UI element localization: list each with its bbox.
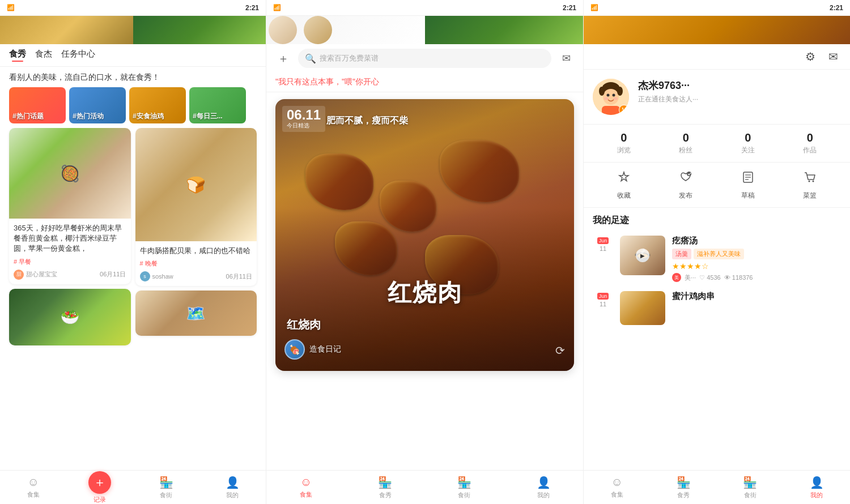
mid-panel: 📶 2:21 ＋ 🔍 搜索百万免费菜谱 ✉ "我只有这点本事，"喂"你开心	[266, 0, 584, 504]
record-btn[interactable]: ＋	[88, 471, 111, 494]
tab-task[interactable]: 任务中心	[61, 49, 95, 62]
mine-icon-left: 👤	[226, 476, 240, 489]
add-button[interactable]: ＋	[275, 50, 291, 66]
author-info-2: s soshaw	[140, 271, 173, 281]
feed-card-meta-2: # 晚餐	[140, 259, 253, 268]
tab-shixiu[interactable]: 食秀	[9, 49, 26, 62]
footprint-thumb-1: 🍲 ▶	[620, 236, 665, 275]
svg-point-9	[617, 87, 623, 96]
feed-card-4[interactable]: 🗺️	[135, 291, 257, 336]
action-publish[interactable]: 发布	[655, 169, 717, 200]
footprint-card-1[interactable]: Jun 11 🍲 ▶ 疙瘩汤 汤羹 滋补养人又美味 ★★★★☆ 美 美···	[584, 231, 850, 287]
time-right: 2:21	[830, 4, 843, 12]
featured-big-title: 红烧肉	[275, 277, 574, 309]
time-left: 2:21	[245, 4, 259, 12]
quote-banner: "我只有这点本事，"喂"你开心	[266, 72, 583, 92]
stat-following[interactable]: 0 关注	[717, 131, 779, 155]
footprint-info-1: 疙瘩汤 汤羹 滋补养人又美味 ★★★★☆ 美 美··· ♡ 4536 👁 118…	[672, 236, 841, 282]
feed-card-img-1: 🥘	[9, 128, 131, 219]
svg-point-16	[813, 181, 814, 182]
cat-hot-topics[interactable]: #热门话题	[9, 87, 66, 123]
right-header: ⚙ ✉	[584, 44, 850, 70]
nav-record-left[interactable]: ＋ 记录	[66, 471, 133, 504]
featured-author: 🍖 造食日记	[284, 339, 341, 360]
status-bar-mid: 📶 2:21	[266, 0, 583, 16]
banner-mid-seg2	[425, 16, 584, 44]
feed-card-author-2: s soshaw 06月11日	[140, 271, 253, 281]
nav-mine-left[interactable]: 👤 我的	[199, 471, 266, 504]
nav-items-mid: ☺ 食集 🏪 食秀 🏪 食街 👤 我的	[266, 476, 583, 499]
feed-card-3[interactable]: 🥗	[9, 289, 131, 345]
shixiu-icon-mid: 🏪	[378, 476, 392, 489]
action-row: 收藏 发布	[584, 163, 850, 208]
play-btn-1[interactable]: ▶	[636, 249, 649, 262]
profile-avatar: V	[593, 79, 629, 115]
stat-fans[interactable]: 0 粉丝	[655, 131, 717, 155]
nav-street-mid[interactable]: 🏪 食街	[425, 476, 504, 499]
cart-icon	[779, 169, 842, 189]
nav-mine-right[interactable]: 👤 我的	[784, 476, 851, 499]
stats-row: 0 浏览 0 粉丝 0 关注 0 作品	[584, 125, 850, 163]
mail-button-mid[interactable]: ✉	[558, 50, 574, 66]
author-info-1: 甜 甜心屋宝宝	[14, 270, 57, 280]
profile-subtitle: 正在通往美食达人···	[638, 95, 841, 104]
wifi-icon: 📶	[7, 4, 15, 11]
nav-shiji-left[interactable]: ☺ 食集	[0, 471, 66, 504]
feed-card-meta-1: # 早餐	[14, 258, 126, 266]
cat-safe-chicken[interactable]: #安食油鸡	[129, 87, 186, 123]
footprint-tags-1: 汤羹 滋补养人又美味	[672, 249, 841, 259]
nav-items-right: ☺ 食集 🏪 食秀 🏪 食街 👤 我的	[584, 476, 850, 499]
feed-card-1[interactable]: 🥘 365天，好好吃早餐虾米的周末早餐香煎黄金糕，椰汁西米绿豆芋圆，苹果一份黄金…	[9, 128, 131, 284]
plus-icon: ＋	[94, 474, 106, 491]
feed-card-body-2: 牛肉肠搭配贝果，咸口的也不错哈 # 晚餐 s soshaw 06月11日	[135, 241, 257, 286]
street-icon-mid: 🏪	[457, 476, 471, 489]
nav-shiji-right[interactable]: ☺ 食集	[584, 476, 651, 499]
collect-icon	[593, 169, 655, 189]
featured-date-badge: 06.11 今日精选	[282, 106, 325, 132]
author-avatar-1: 甜	[14, 270, 24, 280]
action-cart[interactable]: 菜篮	[779, 169, 842, 200]
shiji-icon-mid: ☺	[300, 476, 312, 489]
nav-shixiu-right[interactable]: 🏪 食秀	[651, 476, 717, 499]
action-collect[interactable]: 收藏	[593, 169, 655, 200]
search-bar[interactable]: 🔍 搜索百万免费菜谱	[298, 49, 551, 68]
cat-hot-activity[interactable]: #热门活动	[69, 87, 126, 123]
stat-browse[interactable]: 0 浏览	[593, 131, 655, 155]
banner-nuts	[0, 16, 133, 44]
meta-author-dot: 美	[672, 273, 681, 282]
featured-card[interactable]: 06.11 今日精选 肥而不腻，瘦而不柴 红烧肉 红烧肉 🍖 造食日记	[275, 99, 574, 371]
left-header: 食秀 食杰 任务中心	[0, 44, 266, 67]
svg-point-5	[604, 97, 609, 100]
stat-works[interactable]: 0 作品	[779, 131, 842, 155]
draft-icon	[717, 169, 779, 189]
plus-icon-mid: ＋	[278, 51, 289, 66]
svg-point-15	[809, 181, 810, 182]
nav-street-right[interactable]: 🏪 食街	[717, 476, 784, 499]
banner-greens	[133, 16, 266, 44]
feed-card-img-2: 🍞	[135, 128, 257, 241]
action-draft[interactable]: 草稿	[717, 169, 779, 200]
nav-shixiu-mid[interactable]: 🏪 食秀	[346, 476, 425, 499]
footprint-meta-1: 美 美··· ♡ 4536 👁 118376	[672, 273, 841, 282]
feed-card-img-4: 🗺️	[135, 291, 257, 336]
mine-icon-right: 👤	[810, 476, 824, 489]
nav-street-left[interactable]: 🏪 食街	[133, 471, 199, 504]
featured-share-btn[interactable]: ⟳	[555, 344, 565, 357]
feed-card-2[interactable]: 🍞 牛肉肠搭配贝果，咸口的也不错哈 # 晚餐 s soshaw 06月11日	[135, 128, 257, 286]
status-bar-right: 📶 2:21	[584, 0, 850, 16]
cat-daily[interactable]: #每日三...	[189, 87, 246, 123]
mail-button-right[interactable]: ✉	[825, 49, 841, 65]
nav-shiji-mid[interactable]: ☺ 食集	[266, 476, 346, 499]
footprint-card-2[interactable]: Jun 11 蜜汁鸡肉串	[584, 287, 850, 330]
wifi-icon-right: 📶	[590, 4, 598, 11]
street-icon-left: 🏪	[159, 476, 173, 489]
gear-button[interactable]: ⚙	[802, 49, 818, 65]
featured-bottom-title: 红烧肉	[287, 317, 321, 332]
mail-icon-right: ✉	[828, 50, 838, 63]
tab-shijie[interactable]: 食杰	[35, 49, 52, 62]
nav-mine-mid[interactable]: 👤 我的	[504, 476, 583, 499]
feed-col-1: 🥘 365天，好好吃早餐虾米的周末早餐香煎黄金糕，椰汁西米绿豆芋圆，苹果一份黄金…	[9, 128, 131, 470]
feed-card-author-1: 甜 甜心屋宝宝 06月11日	[14, 270, 126, 280]
feed-grid: 🥘 365天，好好吃早餐虾米的周末早餐香煎黄金糕，椰汁西米绿豆芋圆，苹果一份黄金…	[0, 128, 266, 470]
top-banner-right	[584, 16, 850, 44]
